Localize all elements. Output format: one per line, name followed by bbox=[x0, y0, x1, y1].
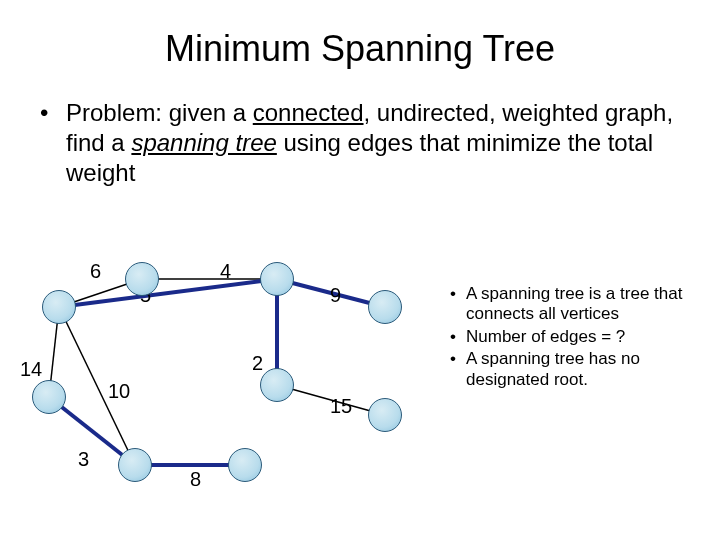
graph-node bbox=[368, 290, 402, 324]
edge-weight: 15 bbox=[330, 395, 352, 418]
graph-node bbox=[118, 448, 152, 482]
notes-list: •A spanning tree is a tree that connects… bbox=[450, 284, 700, 392]
edge-weight: 10 bbox=[108, 380, 130, 403]
edge-weight: 6 bbox=[90, 260, 101, 283]
graph-node bbox=[228, 448, 262, 482]
list-item: •A spanning tree is a tree that connects… bbox=[450, 284, 700, 325]
graph-diagram: 6459141038215 bbox=[20, 260, 440, 520]
problem-text: Problem: given a connected, undirected, … bbox=[66, 98, 680, 188]
edge-weight: 14 bbox=[20, 358, 42, 381]
graph-node bbox=[260, 368, 294, 402]
edge-weight: 3 bbox=[78, 448, 89, 471]
graph-edge bbox=[59, 279, 277, 307]
graph-node bbox=[368, 398, 402, 432]
graph-node bbox=[260, 262, 294, 296]
edge-weight: 9 bbox=[330, 284, 341, 307]
slide-title: Minimum Spanning Tree bbox=[0, 0, 720, 70]
edge-weight: 8 bbox=[190, 468, 201, 491]
edge-weight: 4 bbox=[220, 260, 231, 283]
graph-node bbox=[42, 290, 76, 324]
list-item: •A spanning tree has no designated root. bbox=[450, 349, 700, 390]
graph-node bbox=[125, 262, 159, 296]
edge-weight: 2 bbox=[252, 352, 263, 375]
list-item: •Number of edges = ? bbox=[450, 327, 700, 347]
bullet-dot: • bbox=[40, 98, 66, 188]
problem-statement: • Problem: given a connected, undirected… bbox=[0, 70, 720, 188]
graph-node bbox=[32, 380, 66, 414]
